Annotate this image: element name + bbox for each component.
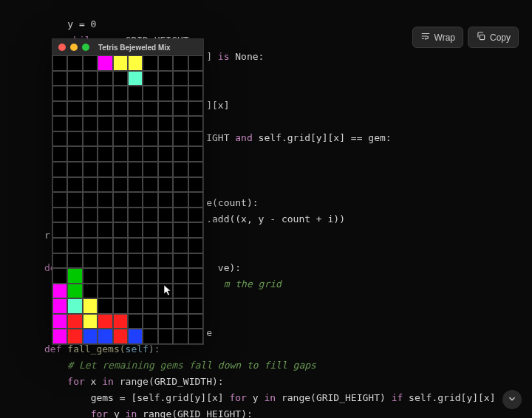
code-toolbar: Wrap Copy [412, 27, 519, 48]
grid-cell [173, 268, 188, 284]
titlebar[interactable]: Tetris Bejeweled Mix [52, 39, 203, 55]
grid-cell [188, 55, 203, 71]
grid-cell [188, 101, 203, 117]
grid-cell [173, 253, 188, 269]
grid-cell [143, 314, 157, 329]
grid-cell [98, 86, 112, 101]
grid-cell [128, 177, 143, 193]
grid-cell [158, 116, 173, 131]
grid-cell [128, 55, 143, 71]
grid-cell [158, 329, 173, 344]
grid-cell [113, 298, 128, 314]
grid-cell [158, 192, 173, 208]
grid-cell [52, 177, 67, 193]
grid-cell [173, 116, 188, 131]
close-icon[interactable] [58, 44, 66, 51]
grid-cell [83, 86, 98, 101]
grid-cell [128, 314, 143, 329]
grid-cell [52, 162, 67, 177]
grid-cell [83, 177, 98, 193]
grid-cell [173, 222, 188, 238]
grid-cell [128, 298, 143, 314]
grid-cell [128, 131, 143, 147]
grid-cell [67, 208, 82, 223]
code-line: gems = [self.grid[y][x] for y in range(G… [44, 392, 496, 403]
grid-cell [98, 208, 112, 223]
grid-cell [67, 222, 82, 238]
grid-cell [158, 177, 173, 193]
grid-cell [128, 329, 143, 344]
grid-cell [173, 208, 188, 223]
copy-button[interactable]: Copy [468, 27, 519, 48]
grid-cell [67, 55, 82, 71]
grid-cell [188, 146, 203, 162]
grid-cell [83, 146, 98, 162]
grid-cell [52, 71, 67, 86]
grid-cell [158, 146, 173, 162]
scroll-down-button[interactable] [502, 390, 522, 409]
grid-cell [143, 162, 157, 177]
grid-cell [143, 329, 157, 344]
grid-cell [173, 101, 188, 117]
grid-cell [128, 253, 143, 269]
grid-cell [67, 268, 82, 284]
grid-cell [143, 222, 157, 238]
grid-cell [158, 131, 173, 147]
grid-cell [188, 298, 203, 314]
code-line [44, 246, 50, 257]
grid-cell [173, 238, 188, 253]
grid-cell [173, 177, 188, 193]
grid-cell [83, 101, 98, 117]
grid-cell [98, 71, 112, 86]
grid-cell [113, 162, 128, 177]
grid-cell [143, 284, 157, 299]
window-title: Tetris Bejeweled Mix [98, 44, 171, 52]
grid-cell [98, 55, 112, 71]
grid-cell [83, 268, 98, 284]
grid-cell [83, 192, 98, 208]
grid-cell [98, 284, 112, 299]
grid-cell [188, 314, 203, 329]
grid-cell [52, 86, 67, 101]
grid-cell [98, 329, 112, 344]
code-line: def fall_gems(self): [44, 343, 160, 354]
grid-cell [143, 101, 157, 117]
grid-cell [143, 86, 157, 101]
grid-cell [113, 146, 128, 162]
code-line [44, 83, 50, 95]
grid-cell [128, 162, 143, 177]
grid-cell [128, 71, 143, 86]
grid-cell [113, 268, 128, 284]
grid-cell [188, 116, 203, 131]
grid-cell [52, 146, 67, 162]
grid-cell [98, 177, 112, 193]
grid-cell [52, 238, 67, 253]
grid-cell [143, 71, 157, 86]
grid-cell [158, 284, 173, 299]
wrap-button[interactable]: Wrap [412, 27, 463, 48]
grid-cell [173, 146, 188, 162]
grid-cell [158, 162, 173, 177]
grid-cell [83, 253, 98, 269]
wrap-icon [420, 31, 431, 44]
grid-cell [98, 238, 112, 253]
code-line [44, 148, 50, 160]
maximize-icon[interactable] [82, 44, 89, 51]
grid-cell [158, 55, 173, 71]
grid-cell [83, 116, 98, 131]
minimize-icon[interactable] [70, 44, 78, 51]
grid-cell [143, 131, 157, 147]
grid-cell [67, 298, 82, 314]
game-window[interactable]: Tetris Bejeweled Mix [52, 38, 204, 345]
grid-cell [67, 192, 82, 208]
grid-cell [52, 314, 67, 329]
grid-cell [98, 314, 112, 329]
grid-cell [67, 284, 82, 299]
grid-cell [128, 222, 143, 238]
grid-cell [67, 314, 82, 329]
grid-cell [113, 177, 128, 193]
grid-cell [83, 314, 98, 329]
grid-cell [158, 268, 173, 284]
grid-cell [173, 131, 188, 147]
grid-cell [98, 222, 112, 238]
